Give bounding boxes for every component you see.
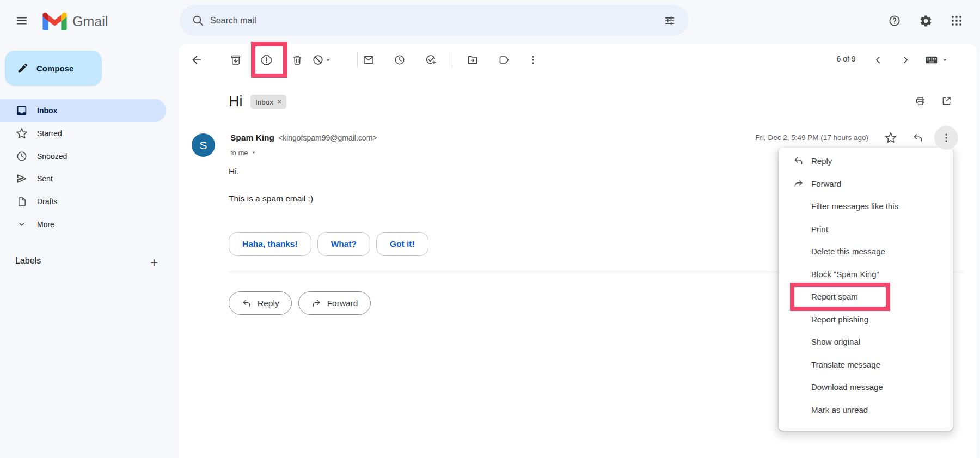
sidebar-item-label: More — [37, 220, 54, 229]
main-menu-button[interactable] — [9, 8, 35, 34]
pagination-counter: 6 of 9 — [821, 54, 871, 63]
chip-close-icon[interactable]: × — [277, 97, 281, 106]
add-task-icon — [425, 54, 437, 66]
search-bar[interactable] — [180, 5, 689, 36]
block-button[interactable] — [306, 48, 338, 72]
menu-item-mark-as-unread[interactable]: Mark as unread — [779, 399, 953, 422]
menu-item-label: Filter messages like this — [811, 201, 898, 211]
caret-down-icon — [941, 56, 949, 64]
archive-icon — [230, 54, 242, 66]
sidebar-item-drafts[interactable]: Drafts — [0, 190, 166, 213]
smart-reply-row: Haha, thanks! What? Got it! — [229, 232, 428, 256]
menu-item-label: Download message — [811, 382, 883, 392]
menu-item-report-phishing[interactable]: Report phishing — [779, 308, 953, 331]
gmail-logo[interactable]: Gmail — [42, 12, 108, 30]
menu-item-label: Mark as unread — [811, 405, 868, 414]
gmail-app: Gmail Compose Inbox Starred Snoozed — [0, 0, 980, 458]
smart-reply-chip[interactable]: What? — [317, 232, 370, 256]
move-to-button[interactable] — [461, 48, 485, 72]
reply-arrow-icon — [912, 132, 924, 144]
labels-button[interactable] — [492, 48, 516, 72]
message-date: Fri, Dec 2, 5:49 PM (17 hours ago) — [755, 131, 868, 144]
report-spam-button[interactable] — [254, 48, 278, 72]
open-in-new-button[interactable] — [934, 89, 958, 113]
forward-button[interactable]: Forward — [298, 291, 371, 315]
tune-icon — [664, 15, 676, 27]
move-folder-icon — [467, 54, 479, 66]
newer-button[interactable] — [866, 48, 890, 72]
menu-item-download-message[interactable]: Download message — [779, 376, 953, 399]
message-more-button[interactable] — [934, 126, 958, 150]
chevron-down-icon — [15, 218, 28, 231]
apps-button[interactable] — [944, 8, 970, 34]
sidebar-item-starred[interactable]: Starred — [0, 122, 166, 145]
create-label-button[interactable]: + — [145, 253, 163, 272]
message-actions: Reply Forward — [229, 291, 371, 315]
sender-name: Spam King — [230, 133, 274, 143]
sidebar-item-snoozed[interactable]: Snoozed — [0, 145, 166, 168]
menu-item-reply[interactable]: Reply — [779, 150, 953, 173]
compose-button[interactable]: Compose — [5, 51, 102, 86]
menu-item-delete-message[interactable]: Delete this message — [779, 240, 953, 263]
input-tools-button[interactable] — [918, 48, 955, 72]
reply-button[interactable]: Reply — [229, 291, 292, 315]
draft-icon — [15, 195, 28, 208]
menu-item-show-original[interactable]: Show original — [779, 331, 953, 353]
older-button[interactable] — [893, 48, 917, 72]
print-button[interactable] — [908, 89, 932, 113]
archive-button[interactable] — [224, 48, 248, 72]
menu-item-translate-message[interactable]: Translate message — [779, 353, 953, 376]
toolbar-divider — [452, 52, 452, 68]
block-icon — [312, 54, 324, 66]
avatar[interactable]: S — [192, 133, 215, 157]
caret-down-icon — [324, 56, 332, 64]
email-subject: Hi — [229, 90, 243, 112]
caret-down-icon — [250, 149, 258, 156]
sidebar-item-more[interactable]: More — [0, 213, 166, 236]
mark-unread-button[interactable] — [357, 48, 381, 72]
labels-heading: Labels — [15, 256, 41, 266]
menu-item-print[interactable]: Print — [779, 218, 953, 241]
sidebar-item-label: Snoozed — [37, 152, 67, 161]
menu-item-report-spam[interactable]: Report spam — [779, 285, 953, 308]
snooze-button[interactable] — [388, 48, 412, 72]
subject-row: Hi Inbox × — [179, 90, 977, 114]
menu-item-filter-messages[interactable]: Filter messages like this — [779, 195, 953, 218]
sidebar-item-label: Drafts — [37, 197, 57, 206]
compose-label: Compose — [36, 64, 74, 73]
sidebar-item-sent[interactable]: Sent — [0, 167, 166, 190]
clock-icon — [15, 150, 28, 163]
chip-label: Inbox — [255, 98, 273, 106]
search-options-button[interactable] — [657, 8, 682, 33]
report-spam-icon — [260, 54, 273, 66]
sidebar-item-inbox[interactable]: Inbox — [0, 99, 166, 122]
star-message-button[interactable] — [879, 126, 903, 150]
smart-reply-chip[interactable]: Got it! — [376, 232, 428, 256]
keyboard-icon — [924, 53, 939, 67]
print-icon — [915, 95, 926, 107]
recipient-label: to me — [230, 149, 248, 157]
search-button[interactable] — [185, 8, 210, 33]
hamburger-icon — [15, 14, 28, 27]
body-line: Hi. — [229, 166, 239, 178]
menu-item-label: Print — [811, 224, 828, 234]
recipient-toggle[interactable]: to me — [230, 146, 258, 158]
smart-reply-chip[interactable]: Haha, thanks! — [229, 232, 311, 256]
search-icon — [192, 14, 204, 27]
back-button[interactable] — [185, 48, 209, 72]
menu-item-label: Report phishing — [811, 315, 868, 324]
reply-arrow-icon — [241, 298, 252, 309]
add-to-tasks-button[interactable] — [419, 48, 443, 72]
menu-item-forward[interactable]: Forward — [779, 173, 953, 196]
menu-item-block-sender[interactable]: Block "Spam King" — [779, 263, 953, 286]
menu-item-label: Reply — [811, 156, 832, 166]
search-input[interactable] — [210, 16, 657, 26]
help-button[interactable] — [881, 8, 908, 34]
settings-button[interactable] — [912, 8, 939, 34]
reply-icon-button[interactable] — [906, 126, 930, 150]
forward-arrow-icon — [311, 298, 322, 309]
sender-email: <kingofspam99@gmail.com> — [278, 133, 377, 142]
inbox-label-chip[interactable]: Inbox × — [250, 95, 286, 109]
star-icon — [15, 127, 28, 140]
more-toolbar-button[interactable] — [521, 48, 545, 72]
